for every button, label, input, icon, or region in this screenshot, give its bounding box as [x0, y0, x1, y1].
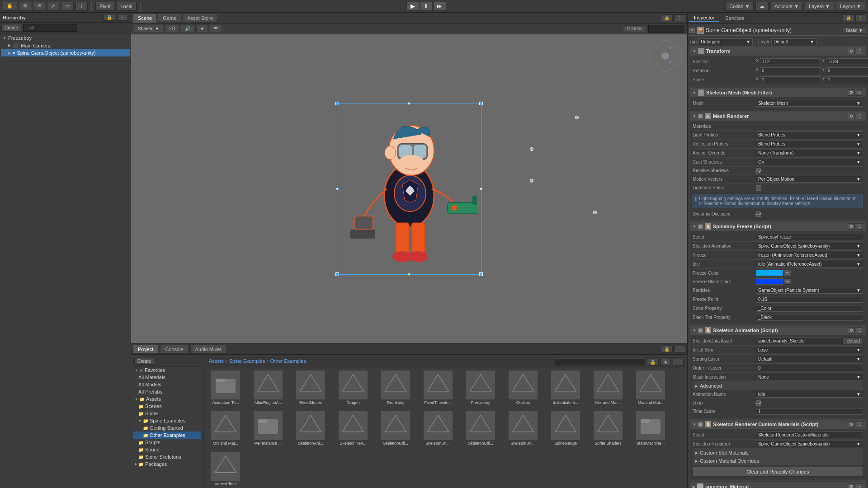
hierarchy-item-scene[interactable]: ▼ Freezeboy	[1, 34, 130, 42]
scene-lock-btn[interactable]: 🔒	[661, 14, 673, 21]
asset-goblins[interactable]: Goblins	[503, 368, 543, 407]
scene-menu-btn[interactable]: ⋮	[675, 14, 685, 21]
tree-other-examples[interactable]: 📁 Other Examples	[133, 432, 201, 439]
mesh-renderer-menu-btn[interactable]: ⋮	[856, 113, 863, 119]
scale-tool-btn[interactable]: ⤢	[47, 2, 59, 11]
handle-bl[interactable]	[335, 272, 339, 276]
pivot-btn[interactable]: Pivot	[95, 2, 114, 11]
initial-skin-dropdown[interactable]: base ▼	[756, 347, 863, 353]
inspector-lock-btn[interactable]: 🔒	[843, 14, 854, 21]
audiomixer-tab[interactable]: Audio Mixer	[190, 345, 226, 354]
scene-handle-2[interactable]	[530, 147, 533, 151]
mesh-filter-header[interactable]: ▼ ⬡ Skeleton Mesh (Mesh Filter) ⚙ ⋮	[690, 88, 866, 97]
transform-settings-btn[interactable]: ⚙	[848, 48, 855, 54]
cast-shadows-dropdown[interactable]: On ▼	[756, 159, 863, 165]
asset-search-input[interactable]	[555, 358, 645, 366]
particles-dropdown[interactable]: GameObject (Particle System) ▼	[756, 287, 863, 294]
pause-btn[interactable]: ⏸	[420, 2, 433, 11]
motion-vectors-dropdown[interactable]: Per Object Motion ▼	[756, 176, 863, 183]
spineboy-material-header[interactable]: ▶ spineboy_Material ⚙ ⋮	[690, 482, 866, 488]
skeleton-anim-dropdown[interactable]: Spine GameObject (spineboy-unity) ▼	[756, 243, 863, 249]
tree-getting-started[interactable]: 📁 Getting Started	[133, 424, 201, 432]
asset-star-btn[interactable]: ★	[660, 359, 671, 366]
static-dropdown-btn[interactable]: Static ▼	[843, 27, 866, 34]
custom-override-section[interactable]: ▶ Custom Material Overrides	[693, 457, 863, 465]
asset-drunkboy[interactable]: Drunkboy	[375, 368, 416, 407]
time-scale-field[interactable]	[756, 408, 863, 415]
custom-mat-enabled-checkbox[interactable]: ✓	[698, 422, 703, 427]
asset-mixmat2[interactable]: Mix and Mat...	[630, 368, 671, 407]
breadcrumb-other-examples[interactable]: Other Examples	[270, 358, 306, 364]
spineboy-mat-settings-btn[interactable]: ⚙	[848, 483, 855, 488]
effects-btn[interactable]: ✦	[196, 25, 208, 33]
mesh-renderer-enabled-checkbox[interactable]: ✓	[698, 114, 703, 119]
scene-handle-4[interactable]	[593, 211, 597, 214]
asset-spinegauge[interactable]: SpineGauge	[545, 409, 586, 448]
project-menu-btn[interactable]: ⋮	[675, 346, 685, 352]
custom-renderer-dropdown[interactable]: Spine GameObject (spineboy-unity) ▼	[756, 441, 863, 447]
scale-y-field[interactable]	[826, 76, 868, 83]
receive-shadows-checkbox[interactable]: ✓	[756, 168, 761, 174]
scene-tab-scene[interactable]: Scene	[133, 14, 157, 23]
advanced-section[interactable]: ▶ Advanced	[693, 382, 863, 390]
transform-tool-btn[interactable]: ⊹	[75, 2, 88, 11]
freeze-color-swatch[interactable]	[756, 270, 783, 276]
hierarchy-item-spine[interactable]: ▶ ● Spine GameObject (spineboy-unity)	[1, 49, 130, 56]
scene-tab-game[interactable]: Game	[158, 14, 181, 23]
asset-blendmodes[interactable]: BlendModes	[290, 368, 331, 407]
loop-checkbox[interactable]: ✓	[756, 400, 761, 406]
scene-handle-3[interactable]	[530, 179, 533, 183]
local-btn[interactable]: Local	[116, 2, 136, 11]
custom-script-dropdown[interactable]: SkeletonRendererCustomMaterials	[756, 432, 863, 438]
freeze-script-dropdown[interactable]: SpineboyFreeze	[756, 234, 863, 240]
tree-all-prefabs[interactable]: All Prefabs	[133, 388, 201, 395]
asset-fixedtimeste[interactable]: FixedTimeste...	[418, 368, 458, 407]
collab-btn[interactable]: Collab ▼	[725, 2, 754, 11]
inspector-menu-btn[interactable]: ⋮	[855, 14, 866, 21]
transform-header[interactable]: ▼ ⊹ Transform ⚙ ⋮	[690, 47, 866, 56]
pos-y-field[interactable]	[826, 58, 868, 65]
scene-handle-1[interactable]	[575, 116, 579, 119]
color-property-field[interactable]	[756, 305, 863, 312]
asset-skeletutil1[interactable]: SkeletonUtil...	[375, 409, 416, 448]
layers-btn[interactable]: Layers ▼	[805, 2, 834, 11]
handle-mr[interactable]	[480, 188, 482, 190]
handle-br[interactable]	[479, 272, 483, 276]
sorting-layer-dropdown[interactable]: Default ▼	[756, 356, 863, 362]
console-tab[interactable]: Console	[160, 345, 188, 354]
freeze-black-picker-btn[interactable]: ✏	[784, 278, 791, 285]
spineboy-freeze-header[interactable]: ▼ ✓ 📜 Spineboy Freeze (Script) ⚙ ⋮	[690, 222, 866, 231]
custom-slot-section[interactable]: ▶ Custom Slot Materials	[693, 449, 863, 457]
scene-search-input[interactable]	[648, 25, 684, 33]
tree-spine-skeletons[interactable]: 📁 Spine Skeletons	[133, 453, 201, 460]
tree-all-models[interactable]: All Models	[133, 381, 201, 388]
pos-x-field[interactable]	[760, 58, 821, 65]
asset-skeletutil4[interactable]: SkeletonUtil...	[503, 409, 543, 448]
services-tab[interactable]: Services	[721, 14, 749, 22]
gizmos-btn[interactable]: Gizmos	[623, 25, 646, 32]
animation-name-dropdown[interactable]: idle ▼	[756, 391, 863, 398]
scene-view[interactable]: X Y Z	[131, 34, 687, 343]
cloud-btn[interactable]: ☁	[755, 2, 769, 11]
clear-reapply-btn[interactable]: Clear and Reapply Changes	[693, 467, 863, 477]
sound-btn[interactable]: 🔊	[181, 25, 194, 33]
play-btn[interactable]: ▶	[406, 2, 419, 11]
freeze-dropdown[interactable]: frozen (AnimationReferenceAsset) ▼	[756, 252, 863, 258]
idle-dropdown[interactable]: idle (AnimationReferenceAsset) ▼	[756, 261, 863, 267]
spineboy-freeze-settings-btn[interactable]: ⚙	[848, 223, 855, 230]
handle-ml[interactable]	[336, 188, 339, 190]
dynamic-occluded-checkbox[interactable]: ✓	[756, 211, 761, 217]
hierarchy-create-btn[interactable]: Create	[1, 24, 21, 32]
scale-x-field[interactable]	[760, 76, 821, 83]
freeze-black-color-swatch[interactable]	[756, 278, 783, 285]
asset-sprite-shaders[interactable]: Sprite Shaders	[588, 409, 628, 448]
transform-menu-btn[interactable]: ⋮	[856, 48, 863, 54]
asset-skeletanim[interactable]: SkeletonAni...	[290, 409, 331, 448]
anchor-override-dropdown[interactable]: None (Transform) ▼	[756, 150, 863, 156]
mesh-filter-menu-btn[interactable]: ⋮	[856, 89, 863, 96]
mesh-dropdown[interactable]: Skeleton Mesh ▼	[756, 100, 863, 107]
hierarchy-lock-btn[interactable]: 🔒	[104, 14, 115, 21]
asset-atlasregion[interactable]: AtlasRegionA...	[248, 368, 288, 407]
asset-per-instance[interactable]: Per Instance ...	[248, 409, 288, 448]
tree-favorites[interactable]: ▼ ★ Favorites	[133, 366, 201, 374]
